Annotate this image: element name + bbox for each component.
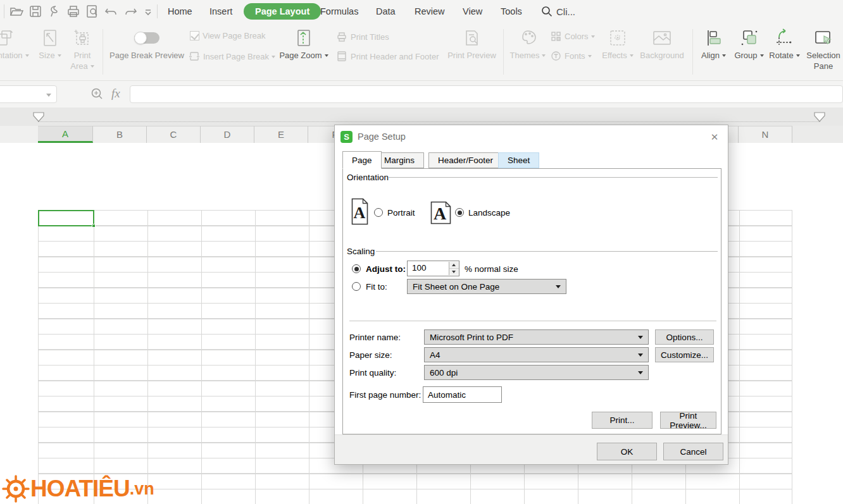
dialog-content: Orientation A Portrait A Landscape Scali…: [342, 168, 721, 434]
portrait-icon: A: [351, 198, 368, 225]
orientation-icon: [0, 27, 28, 49]
effects-icon: [600, 27, 635, 49]
page-zoom-button[interactable]: Page Zoom: [278, 23, 329, 60]
name-box[interactable]: [0, 85, 57, 103]
landscape-icon: A: [430, 201, 451, 224]
print-titles-button[interactable]: Print Titles: [336, 31, 389, 42]
effects-button[interactable]: Effects: [600, 23, 635, 60]
print-area-button[interactable]: Print Area: [66, 23, 99, 71]
print-header-footer-icon: [336, 51, 347, 62]
tab-view[interactable]: View: [463, 0, 482, 23]
print-preview-button[interactable]: Print Preview: [445, 23, 499, 60]
size-button[interactable]: Size: [34, 23, 66, 60]
ship-wheel-icon: [1, 474, 30, 503]
selection-pane-icon: [804, 27, 843, 49]
landscape-radio[interactable]: [455, 208, 464, 217]
paper-size-label: Paper size:: [349, 350, 392, 360]
fx-icon[interactable]: fx: [111, 87, 120, 101]
group-icon: [732, 27, 766, 49]
page-break-preview-toggle[interactable]: [134, 32, 159, 44]
ok-button[interactable]: OK: [597, 443, 657, 460]
redo-icon[interactable]: [123, 4, 138, 19]
search-text: Cli...: [556, 6, 575, 17]
formula-input[interactable]: [130, 85, 843, 103]
more-commands-icon[interactable]: [140, 4, 156, 19]
tab-home[interactable]: Home: [168, 0, 192, 23]
save-icon[interactable]: [28, 4, 43, 19]
fit-to-dropdown[interactable]: Fit Sheet on One Page: [407, 279, 566, 294]
open-file-icon[interactable]: [9, 4, 24, 19]
active-cell[interactable]: [38, 210, 94, 226]
selection-pane-button[interactable]: Selection Pane: [804, 23, 843, 71]
landscape-label[interactable]: Landscape: [468, 208, 510, 218]
rotate-button[interactable]: Rotate: [767, 23, 802, 60]
column-header-n[interactable]: N: [739, 126, 792, 143]
themes-button[interactable]: Themes: [509, 23, 547, 60]
page-break-preview-toggle-item[interactable]: Page Break Preview: [108, 23, 186, 60]
fit-to-radio[interactable]: [352, 282, 361, 291]
print-header-footer-button[interactable]: Print Header and Footer: [336, 51, 439, 62]
close-icon[interactable]: ✕: [708, 130, 721, 144]
adjust-to-radio[interactable]: [352, 264, 361, 273]
tab-tools[interactable]: Tools: [501, 0, 522, 23]
dialog-titlebar[interactable]: S Page Setup ✕: [335, 125, 728, 149]
column-header-a[interactable]: A: [38, 126, 93, 143]
watermark-brand-text: HOATIÊU: [30, 476, 130, 502]
print-preview-icon[interactable]: [85, 4, 100, 19]
fit-to-label[interactable]: Fit to:: [366, 282, 387, 292]
first-page-number-input[interactable]: Automatic: [423, 386, 502, 403]
name-box-dropdown-icon[interactable]: [46, 94, 51, 97]
tab-sheet[interactable]: Sheet: [498, 152, 539, 168]
background-button[interactable]: Background: [638, 23, 686, 60]
fonts-button[interactable]: Fonts: [551, 51, 592, 61]
right-margin-marker[interactable]: [814, 112, 825, 122]
printer-name-dropdown[interactable]: Microsoft Print to PDF: [424, 329, 649, 345]
left-margin-marker[interactable]: [33, 112, 44, 122]
size-icon: [34, 27, 66, 49]
view-page-break-checkbox[interactable]: [190, 31, 199, 40]
tab-data[interactable]: Data: [376, 0, 396, 23]
themes-icon: [509, 27, 547, 49]
tab-page[interactable]: Page: [342, 151, 382, 169]
spin-down-button[interactable]: [449, 269, 459, 276]
print-button[interactable]: Print...: [592, 412, 653, 429]
search-box[interactable]: Cli...: [541, 0, 575, 23]
tab-header-footer[interactable]: Header/Footer: [428, 152, 503, 168]
adjust-to-spinner[interactable]: 100: [407, 261, 459, 276]
print-preview-button[interactable]: Print Preview...: [660, 412, 716, 429]
tab-insert[interactable]: Insert: [209, 0, 232, 23]
insert-page-break-button[interactable]: Insert Page Break: [189, 51, 275, 62]
group-button[interactable]: Group: [732, 23, 766, 60]
print-preview-ribbon-icon: [445, 27, 499, 49]
print-quality-dropdown[interactable]: 600 dpi: [424, 365, 649, 380]
customize-button[interactable]: Customize...: [655, 347, 714, 362]
column-header-e[interactable]: E: [254, 126, 308, 143]
tab-margins[interactable]: Margins: [375, 152, 424, 168]
paper-size-dropdown[interactable]: A4: [424, 347, 649, 362]
align-button[interactable]: Align: [696, 23, 731, 60]
column-header-b[interactable]: B: [93, 126, 147, 143]
cancel-button[interactable]: Cancel: [663, 443, 723, 460]
dialog-title: Page Setup: [358, 132, 406, 142]
colors-button[interactable]: Colors: [551, 31, 595, 42]
tab-page-layout[interactable]: Page Layout: [244, 3, 321, 20]
undo-icon[interactable]: [104, 4, 119, 19]
print-icon[interactable]: [66, 4, 81, 19]
print-titles-icon: [336, 31, 347, 42]
column-header-d[interactable]: D: [201, 126, 254, 143]
search-icon: [541, 6, 553, 17]
adjust-to-label[interactable]: Adjust to:: [366, 264, 406, 274]
fill-handle[interactable]: [92, 224, 96, 228]
format-painter-icon[interactable]: [47, 4, 62, 19]
column-header-c[interactable]: C: [147, 126, 201, 143]
spin-up-button[interactable]: [449, 262, 459, 269]
portrait-radio[interactable]: [374, 208, 383, 217]
view-page-break-checkbox-row[interactable]: View Page Break: [190, 31, 266, 40]
tab-formulas[interactable]: Formulas: [320, 0, 358, 23]
options-button[interactable]: Options...: [655, 329, 714, 345]
tab-review[interactable]: Review: [415, 0, 445, 23]
svg-text:A: A: [434, 204, 447, 223]
zoom-formula-icon[interactable]: [91, 87, 104, 101]
orientation-button[interactable]: Orientation: [0, 23, 28, 60]
portrait-label[interactable]: Portrait: [387, 208, 415, 218]
